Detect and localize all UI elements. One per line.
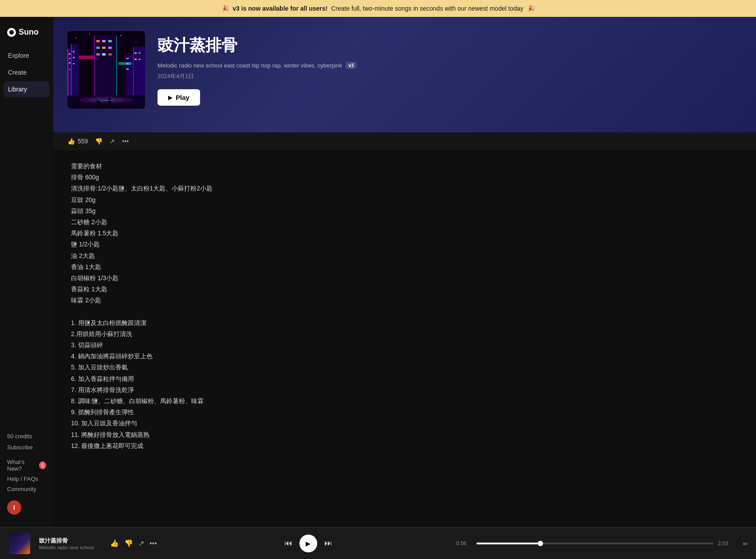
version-badge: v3	[346, 62, 356, 69]
share-icon: ↗	[110, 138, 115, 145]
community-label: Community	[7, 486, 36, 492]
player-track-name: 豉汁蒸排骨	[39, 537, 101, 545]
player-track-subtitle: Melodic radio new school	[39, 545, 101, 550]
svg-rect-13	[69, 62, 71, 63]
sidebar-item-community[interactable]: Community	[7, 486, 46, 492]
like-button[interactable]: 👍 559	[67, 138, 88, 145]
svg-rect-17	[73, 63, 75, 64]
song-thumbnail-image	[67, 31, 145, 109]
progress-dot	[538, 541, 543, 546]
progress-bar[interactable]	[476, 543, 713, 544]
sidebar-bottom: 50 credits Subscribe What's New? 5 Help …	[0, 428, 53, 520]
subscribe-button[interactable]: Subscribe	[7, 444, 46, 451]
svg-rect-34	[126, 58, 129, 59]
sidebar: Suno Explore Create Library 50 credits S…	[0, 17, 53, 527]
like-count: 559	[78, 138, 88, 145]
player-total-time: 2:03	[718, 540, 734, 547]
song-title: 豉汁蒸排骨	[158, 35, 738, 56]
app-layout: Suno Explore Create Library 50 credits S…	[0, 17, 756, 527]
sidebar-logo[interactable]: Suno	[0, 24, 53, 48]
svg-point-5	[120, 35, 121, 36]
svg-rect-38	[138, 52, 141, 54]
svg-rect-21	[96, 40, 100, 42]
svg-point-6	[136, 42, 137, 43]
svg-rect-46	[98, 100, 114, 101]
content-area: 需要的食材 排骨 600g 清洗排骨:1/2小匙鹽、太白粉1大匙、小蘇打粉2小匙…	[53, 150, 756, 527]
player-share-button[interactable]: ↗	[138, 539, 144, 547]
top-banner: 🎉 v3 is now available for all users! Cre…	[0, 0, 756, 17]
svg-rect-14	[69, 69, 71, 70]
sidebar-item-help[interactable]: Help / FAQs	[7, 476, 46, 482]
player-loop-button[interactable]: ∞	[743, 540, 747, 547]
sidebar-nav: Explore Create Library	[0, 48, 53, 428]
svg-rect-48	[118, 62, 132, 65]
player-prev-button[interactable]: ⏮	[284, 539, 292, 548]
svg-rect-26	[108, 47, 112, 49]
svg-rect-12	[69, 58, 71, 59]
sidebar-item-library[interactable]: Library	[4, 81, 50, 97]
banner-description: Create full, two-minute songs in seconds…	[331, 5, 523, 12]
whats-new-badge: 5	[39, 461, 46, 469]
player-bar: 豉汁蒸排骨 Melodic radio new school 👍 👎 ↗ •••…	[0, 527, 756, 559]
svg-rect-22	[102, 40, 106, 42]
user-avatar[interactable]: I	[7, 500, 21, 515]
play-button[interactable]: ▶ Play	[158, 89, 200, 106]
player-like-button[interactable]: 👍	[110, 539, 119, 547]
thumbs-down-icon: 👎	[95, 138, 102, 145]
svg-point-2	[76, 37, 77, 38]
svg-rect-36	[126, 68, 129, 70]
sidebar-footer-links: What's New? 5 Help / FAQs Community	[7, 459, 46, 492]
svg-rect-39	[134, 59, 137, 60]
svg-point-3	[89, 34, 90, 35]
banner-bold-text: v3 is now available for all users!	[232, 5, 327, 12]
sidebar-item-whats-new[interactable]: What's New? 5	[7, 459, 46, 472]
sidebar-logo-text: Suno	[19, 28, 39, 37]
play-label: Play	[176, 94, 189, 101]
player-dislike-button[interactable]: 👎	[124, 539, 133, 547]
svg-rect-28	[102, 53, 106, 56]
svg-rect-11	[69, 53, 71, 55]
sidebar-item-create[interactable]: Create	[4, 64, 50, 80]
more-options-button[interactable]: •••	[122, 138, 129, 145]
whats-new-label: What's New?	[7, 459, 36, 472]
ellipsis-icon: •••	[122, 138, 129, 145]
svg-rect-37	[134, 52, 137, 54]
song-thumbnail	[67, 31, 145, 109]
svg-point-0	[9, 30, 14, 35]
banner-emoji-right: 🎉	[527, 5, 535, 12]
sidebar-item-explore[interactable]: Explore	[4, 48, 50, 63]
suno-logo-icon	[7, 28, 16, 37]
player-play-button[interactable]: ▶	[299, 535, 317, 552]
song-tag-text: Melodic radio new school east coast hip …	[158, 62, 342, 69]
sidebar-explore-label: Explore	[8, 52, 29, 59]
player-next-button[interactable]: ⏭	[324, 539, 332, 548]
svg-rect-47	[79, 56, 94, 59]
song-tags: Melodic radio new school east coast hip …	[158, 62, 738, 69]
svg-rect-24	[96, 47, 100, 49]
svg-point-45	[108, 98, 111, 108]
svg-rect-27	[96, 53, 100, 56]
player-track-info: 豉汁蒸排骨 Melodic radio new school	[39, 537, 101, 550]
svg-rect-23	[108, 40, 112, 42]
dislike-button[interactable]: 👎	[95, 138, 102, 145]
progress-fill	[476, 543, 540, 544]
song-content-text: 需要的食材 排骨 600g 清洗排骨:1/2小匙鹽、太白粉1大匙、小蘇打粉2小匙…	[71, 161, 738, 452]
thumbs-up-icon: 👍	[67, 138, 75, 145]
svg-rect-29	[108, 53, 112, 56]
svg-point-44	[96, 100, 101, 109]
share-button[interactable]: ↗	[110, 138, 115, 145]
player-thumbnail	[9, 533, 30, 554]
sidebar-create-label: Create	[8, 69, 27, 76]
svg-rect-25	[102, 47, 106, 49]
player-more-button[interactable]: •••	[150, 539, 157, 547]
main-content: 豉汁蒸排骨 Melodic radio new school east coas…	[53, 17, 756, 527]
svg-rect-16	[73, 57, 75, 58]
song-date: 2024年4月1日	[158, 72, 738, 80]
credits-display: 50 credits	[7, 433, 46, 440]
song-info: 豉汁蒸排骨 Melodic radio new school east coas…	[158, 31, 738, 106]
sidebar-library-label: Library	[8, 86, 27, 93]
help-label: Help / FAQs	[7, 476, 38, 482]
player-controls: ⏮ ▶ ⏭	[169, 535, 447, 552]
player-current-time: 0:56	[456, 540, 472, 547]
svg-rect-40	[138, 59, 141, 60]
